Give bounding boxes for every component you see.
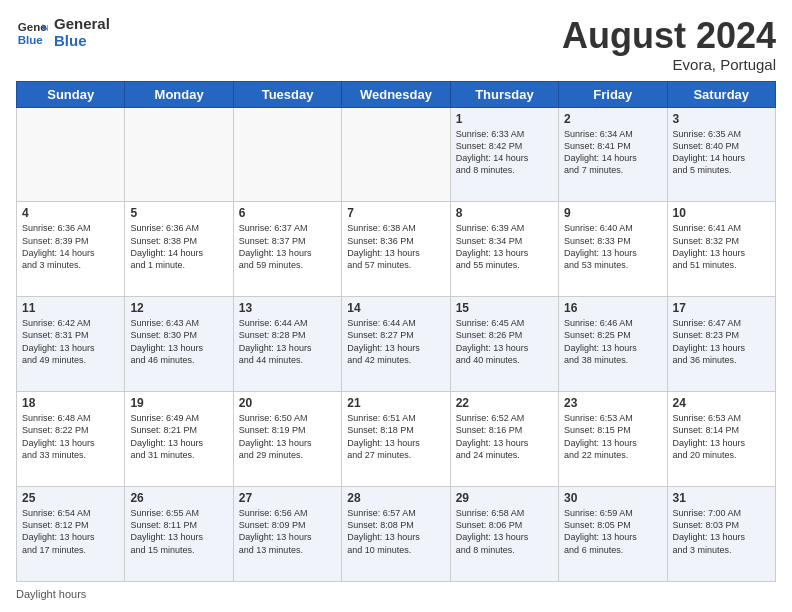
calendar-cell: 12Sunrise: 6:43 AM Sunset: 8:30 PM Dayli… [125,297,233,392]
calendar-cell: 15Sunrise: 6:45 AM Sunset: 8:26 PM Dayli… [450,297,558,392]
day-info: Sunrise: 6:41 AM Sunset: 8:32 PM Dayligh… [673,222,770,271]
calendar-cell: 24Sunrise: 6:53 AM Sunset: 8:14 PM Dayli… [667,392,775,487]
day-number: 6 [239,206,336,220]
svg-text:Blue: Blue [18,33,44,45]
calendar-cell [125,107,233,202]
day-number: 26 [130,491,227,505]
calendar-cell [342,107,450,202]
calendar-cell: 14Sunrise: 6:44 AM Sunset: 8:27 PM Dayli… [342,297,450,392]
day-number: 7 [347,206,444,220]
calendar-cell: 10Sunrise: 6:41 AM Sunset: 8:32 PM Dayli… [667,202,775,297]
day-info: Sunrise: 6:53 AM Sunset: 8:15 PM Dayligh… [564,412,661,461]
day-info: Sunrise: 6:57 AM Sunset: 8:08 PM Dayligh… [347,507,444,556]
calendar-cell: 21Sunrise: 6:51 AM Sunset: 8:18 PM Dayli… [342,392,450,487]
day-number: 30 [564,491,661,505]
day-number: 15 [456,301,553,315]
calendar-cell: 4Sunrise: 6:36 AM Sunset: 8:39 PM Daylig… [17,202,125,297]
day-info: Sunrise: 6:43 AM Sunset: 8:30 PM Dayligh… [130,317,227,366]
day-info: Sunrise: 6:36 AM Sunset: 8:38 PM Dayligh… [130,222,227,271]
day-number: 18 [22,396,119,410]
day-info: Sunrise: 6:50 AM Sunset: 8:19 PM Dayligh… [239,412,336,461]
calendar-cell: 6Sunrise: 6:37 AM Sunset: 8:37 PM Daylig… [233,202,341,297]
day-info: Sunrise: 6:44 AM Sunset: 8:28 PM Dayligh… [239,317,336,366]
calendar-week-row: 18Sunrise: 6:48 AM Sunset: 8:22 PM Dayli… [17,392,776,487]
day-number: 19 [130,396,227,410]
calendar-cell: 17Sunrise: 6:47 AM Sunset: 8:23 PM Dayli… [667,297,775,392]
day-info: Sunrise: 6:46 AM Sunset: 8:25 PM Dayligh… [564,317,661,366]
calendar-day-header: Sunday [17,81,125,107]
day-number: 20 [239,396,336,410]
calendar-cell: 28Sunrise: 6:57 AM Sunset: 8:08 PM Dayli… [342,487,450,582]
day-number: 12 [130,301,227,315]
day-info: Sunrise: 6:45 AM Sunset: 8:26 PM Dayligh… [456,317,553,366]
day-number: 21 [347,396,444,410]
calendar-table: SundayMondayTuesdayWednesdayThursdayFrid… [16,81,776,582]
calendar-cell: 19Sunrise: 6:49 AM Sunset: 8:21 PM Dayli… [125,392,233,487]
day-number: 22 [456,396,553,410]
calendar-cell: 27Sunrise: 6:56 AM Sunset: 8:09 PM Dayli… [233,487,341,582]
day-number: 17 [673,301,770,315]
day-info: Sunrise: 6:40 AM Sunset: 8:33 PM Dayligh… [564,222,661,271]
calendar-day-header: Tuesday [233,81,341,107]
day-info: Sunrise: 6:38 AM Sunset: 8:36 PM Dayligh… [347,222,444,271]
day-number: 4 [22,206,119,220]
calendar-week-row: 25Sunrise: 6:54 AM Sunset: 8:12 PM Dayli… [17,487,776,582]
location: Evora, Portugal [562,56,776,73]
day-info: Sunrise: 6:37 AM Sunset: 8:37 PM Dayligh… [239,222,336,271]
calendar-day-header: Monday [125,81,233,107]
calendar-day-header: Friday [559,81,667,107]
header: General Blue General Blue August 2024 Ev… [16,16,776,73]
calendar-cell: 16Sunrise: 6:46 AM Sunset: 8:25 PM Dayli… [559,297,667,392]
day-info: Sunrise: 6:39 AM Sunset: 8:34 PM Dayligh… [456,222,553,271]
day-info: Sunrise: 6:49 AM Sunset: 8:21 PM Dayligh… [130,412,227,461]
day-number: 23 [564,396,661,410]
calendar-cell: 18Sunrise: 6:48 AM Sunset: 8:22 PM Dayli… [17,392,125,487]
logo-text-blue: Blue [54,33,110,50]
calendar-cell: 30Sunrise: 6:59 AM Sunset: 8:05 PM Dayli… [559,487,667,582]
title-block: August 2024 Evora, Portugal [562,16,776,73]
logo-text-general: General [54,16,110,33]
day-info: Sunrise: 6:42 AM Sunset: 8:31 PM Dayligh… [22,317,119,366]
calendar-week-row: 1Sunrise: 6:33 AM Sunset: 8:42 PM Daylig… [17,107,776,202]
day-info: Sunrise: 6:53 AM Sunset: 8:14 PM Dayligh… [673,412,770,461]
calendar-cell: 8Sunrise: 6:39 AM Sunset: 8:34 PM Daylig… [450,202,558,297]
calendar-header-row: SundayMondayTuesdayWednesdayThursdayFrid… [17,81,776,107]
day-info: Sunrise: 6:52 AM Sunset: 8:16 PM Dayligh… [456,412,553,461]
calendar-week-row: 11Sunrise: 6:42 AM Sunset: 8:31 PM Dayli… [17,297,776,392]
day-info: Sunrise: 6:58 AM Sunset: 8:06 PM Dayligh… [456,507,553,556]
logo: General Blue General Blue [16,16,110,49]
month-year: August 2024 [562,16,776,56]
calendar-cell: 7Sunrise: 6:38 AM Sunset: 8:36 PM Daylig… [342,202,450,297]
calendar-cell: 13Sunrise: 6:44 AM Sunset: 8:28 PM Dayli… [233,297,341,392]
day-info: Sunrise: 6:35 AM Sunset: 8:40 PM Dayligh… [673,128,770,177]
calendar-cell: 22Sunrise: 6:52 AM Sunset: 8:16 PM Dayli… [450,392,558,487]
day-number: 28 [347,491,444,505]
day-number: 5 [130,206,227,220]
day-info: Sunrise: 6:34 AM Sunset: 8:41 PM Dayligh… [564,128,661,177]
day-info: Sunrise: 7:00 AM Sunset: 8:03 PM Dayligh… [673,507,770,556]
calendar-cell: 20Sunrise: 6:50 AM Sunset: 8:19 PM Dayli… [233,392,341,487]
day-number: 27 [239,491,336,505]
logo-icon: General Blue [16,17,48,49]
calendar-cell: 3Sunrise: 6:35 AM Sunset: 8:40 PM Daylig… [667,107,775,202]
calendar-cell: 25Sunrise: 6:54 AM Sunset: 8:12 PM Dayli… [17,487,125,582]
footer: Daylight hours [16,588,776,600]
day-number: 10 [673,206,770,220]
day-info: Sunrise: 6:47 AM Sunset: 8:23 PM Dayligh… [673,317,770,366]
day-number: 11 [22,301,119,315]
day-number: 1 [456,112,553,126]
day-number: 3 [673,112,770,126]
day-number: 14 [347,301,444,315]
calendar-cell: 29Sunrise: 6:58 AM Sunset: 8:06 PM Dayli… [450,487,558,582]
calendar-week-row: 4Sunrise: 6:36 AM Sunset: 8:39 PM Daylig… [17,202,776,297]
calendar-cell [17,107,125,202]
day-info: Sunrise: 6:33 AM Sunset: 8:42 PM Dayligh… [456,128,553,177]
day-number: 9 [564,206,661,220]
day-info: Sunrise: 6:54 AM Sunset: 8:12 PM Dayligh… [22,507,119,556]
day-number: 13 [239,301,336,315]
calendar-cell: 9Sunrise: 6:40 AM Sunset: 8:33 PM Daylig… [559,202,667,297]
day-number: 2 [564,112,661,126]
day-info: Sunrise: 6:56 AM Sunset: 8:09 PM Dayligh… [239,507,336,556]
day-info: Sunrise: 6:48 AM Sunset: 8:22 PM Dayligh… [22,412,119,461]
day-number: 25 [22,491,119,505]
